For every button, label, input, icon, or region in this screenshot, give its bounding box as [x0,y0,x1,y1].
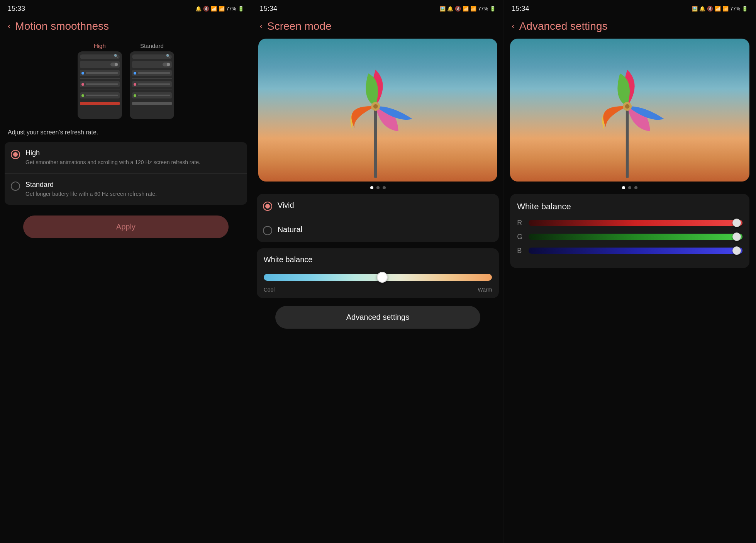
description-text: Adjust your screen's refresh rate. [0,127,252,142]
svg-point-2 [373,104,378,109]
option-standard[interactable]: Standard Get longer battery life with a … [5,174,247,205]
g-thumb[interactable] [732,232,741,241]
wb-thumb-2[interactable] [377,272,388,283]
page-title-3: Advanced settings [519,20,608,32]
r-track [529,220,742,226]
wb-title-2: White balance [264,255,492,264]
wb-title-3: White balance [517,202,742,212]
option-list: High Get smoother animations and scrolli… [5,142,247,205]
high-mini-phone [78,51,122,119]
dot-blue-std [134,72,136,75]
mini-row-blue [80,70,120,76]
standard-preview-label: Standard [140,42,164,49]
rgb-section: White balance R G B [510,194,749,268]
mini-toggle-1 [110,63,118,66]
wb-warm-label: Warm [478,287,492,293]
pinwheel-preview-3 [510,39,749,182]
gallery-icon-2: 🖼️ [439,6,446,12]
rgb-row-r: R [517,219,742,227]
mini-divider-std-2 [132,90,172,90]
dot-indicators-3 [504,186,756,189]
mini-toggle-std [163,63,170,66]
standard-mini-phone [130,51,174,119]
mini-bottom-bar-std [132,102,172,105]
mini-line-std-1 [138,72,170,74]
signal-icon-2: 📶 [470,6,476,12]
radio-vivid-inner [265,204,270,209]
alarm-icon: 🔔 [195,6,202,12]
battery-text-2: 77% [478,6,488,12]
mute-icon-3: 🔇 [707,6,713,12]
b-slider[interactable] [529,246,742,255]
page-title-2: Screen mode [267,20,332,32]
mini-row-green-std [132,92,172,98]
option-vivid[interactable]: Vivid [257,194,499,218]
mini-divider-std-1 [132,78,172,79]
back-button-1[interactable]: ‹ [8,21,10,31]
r-slider[interactable] [529,219,742,227]
wb-slider-2[interactable] [264,270,492,285]
radio-high[interactable] [11,150,20,159]
back-button-2[interactable]: ‹ [260,21,263,31]
advanced-settings-button[interactable]: Advanced settings [275,306,481,329]
mini-bottom-bar-high [80,102,120,105]
mini-search-bar-high [80,54,120,59]
svg-point-5 [625,104,629,109]
r-label: R [517,219,524,227]
wifi-icon: 📶 [211,6,217,12]
option-standard-desc: Get longer battery life with a 60 Hz scr… [25,190,157,198]
dot-indicators-2 [252,186,504,189]
status-time-3: 15:34 [512,5,529,13]
screen-mode-options: Vivid Natural [257,194,499,242]
high-preview: High [78,42,122,119]
mini-line-std-2 [138,83,170,85]
dot-2 [376,186,380,189]
radio-vivid[interactable] [263,202,272,211]
panel-advanced-settings: 15:34 🖼️ 🔔 🔇 📶 📶 77% 🔋 ‹ Advanced settin… [504,0,756,543]
option-high-title: High [25,149,200,157]
mini-divider-2 [80,90,120,90]
wifi-icon-2: 📶 [463,6,469,12]
b-thumb[interactable] [732,246,741,255]
svg-rect-0 [374,108,377,178]
option-high-desc: Get smoother animations and scrolling wi… [25,159,200,166]
radio-standard[interactable] [11,182,20,191]
option-high[interactable]: High Get smoother animations and scrolli… [5,142,247,174]
page-header-2: ‹ Screen mode [252,15,504,39]
dot-purple [81,83,84,86]
mini-row-green [80,92,120,98]
pinwheel-svg-3 [510,39,749,182]
page-header-3: ‹ Advanced settings [504,15,756,39]
apply-button[interactable]: Apply [23,216,229,238]
pinwheel-preview-2 [258,39,498,182]
status-bar-2: 15:34 🖼️ 🔔 🔇 📶 📶 77% 🔋 [252,0,504,15]
option-standard-text: Standard Get longer battery life with a … [25,181,157,198]
wb-labels-2: Cool Warm [264,287,492,293]
wb-cool-label: Cool [264,287,275,293]
option-standard-title: Standard [25,181,157,189]
page-header-1: ‹ Motion smoothness [0,15,252,39]
wifi-icon-3: 📶 [715,6,721,12]
mini-toggle-row-1 [80,61,120,68]
battery-icon-2: 🔋 [490,6,496,12]
r-thumb[interactable] [732,219,741,227]
battery-icon-3: 🔋 [742,6,748,12]
g-slider[interactable] [529,232,742,241]
dot-purple-std [134,83,136,86]
radio-natural[interactable] [263,226,272,235]
panel-motion-smoothness: 15:33 🔔 🔇 📶 📶 77% 🔋 ‹ Motion smoothness … [0,0,252,543]
wb-section-2: White balance Cool Warm [257,248,499,298]
status-icons-3: 🖼️ 🔔 🔇 📶 📶 77% 🔋 [692,6,748,12]
signal-icon: 📶 [219,6,225,12]
mini-search-bar-std [132,54,172,59]
option-natural[interactable]: Natural [257,218,499,242]
dot-3-3 [634,186,637,189]
dot-3 [383,186,386,189]
dot-blue [81,72,84,75]
pinwheel-svg-2 [258,39,498,182]
dot-3-1 [622,186,625,189]
mini-line-3 [86,95,118,96]
mini-row-blue-std [132,70,172,76]
back-button-3[interactable]: ‹ [512,21,514,31]
status-icons-2: 🖼️ 🔔 🔇 📶 📶 77% 🔋 [439,6,496,12]
